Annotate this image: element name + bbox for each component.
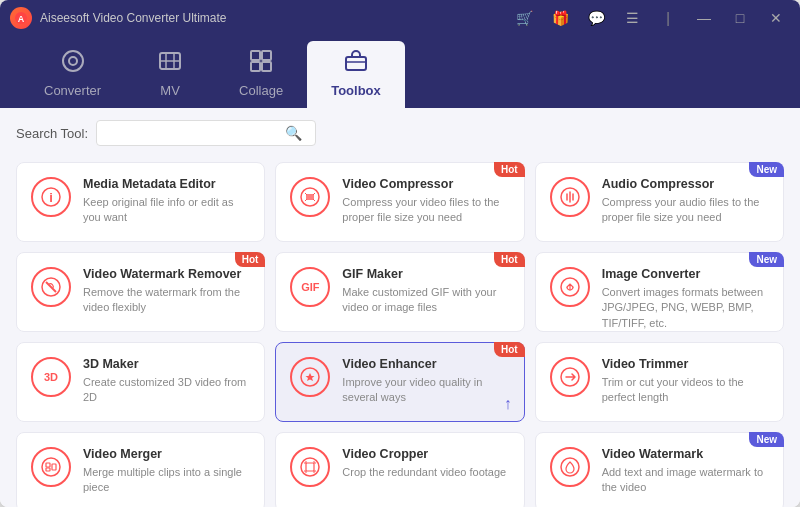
- svg-rect-22: [52, 464, 56, 470]
- svg-rect-9: [346, 57, 366, 70]
- svg-point-19: [42, 458, 60, 476]
- svg-point-23: [301, 458, 319, 476]
- hot-badge: Hot: [494, 252, 525, 267]
- tool-3d-maker[interactable]: 3D 3D Maker Create customized 3D video f…: [16, 342, 265, 422]
- media-metadata-icon: i: [31, 177, 71, 217]
- tool-desc: Remove the watermark from the video flex…: [83, 285, 250, 316]
- tool-gif-maker[interactable]: Hot GIF GIF Maker Make customized GIF wi…: [275, 252, 524, 332]
- gif-maker-icon: GIF: [290, 267, 330, 307]
- nav-tabs: Converter MV Collage: [0, 36, 800, 108]
- close-button[interactable]: ✕: [766, 10, 786, 26]
- app-logo: A: [10, 7, 32, 29]
- search-icon[interactable]: 🔍: [285, 125, 302, 141]
- tool-desc: Create customized 3D video from 2D: [83, 375, 250, 406]
- app-title: Aiseesoft Video Converter Ultimate: [40, 11, 510, 25]
- tool-name: Image Converter: [602, 267, 769, 281]
- tab-collage-label: Collage: [239, 83, 283, 98]
- main-content: Search Tool: 🔍 i Media Metadata Editor: [0, 108, 800, 507]
- tool-audio-compressor[interactable]: New Audio Compressor Compress your audio…: [535, 162, 784, 242]
- tool-desc: Add text and image watermark to the vide…: [602, 465, 769, 496]
- gift-icon[interactable]: 🎁: [550, 10, 570, 26]
- tool-image-converter[interactable]: New Image Converter Convert images forma…: [535, 252, 784, 332]
- hot-badge: Hot: [235, 252, 266, 267]
- video-trimmer-icon: [550, 357, 590, 397]
- tab-converter[interactable]: Converter: [20, 41, 125, 108]
- search-input-wrap[interactable]: 🔍: [96, 120, 316, 146]
- tool-name: Video Watermark: [602, 447, 769, 461]
- hot-badge: Hot: [494, 342, 525, 357]
- menu-icon[interactable]: ☰: [622, 10, 642, 26]
- search-input[interactable]: [105, 126, 285, 140]
- tool-video-cropper[interactable]: Video Cropper Crop the redundant video f…: [275, 432, 524, 507]
- tool-video-trimmer[interactable]: Video Trimmer Trim or cut your videos to…: [535, 342, 784, 422]
- tool-info: Audio Compressor Compress your audio fil…: [602, 177, 769, 226]
- tool-video-compressor[interactable]: Hot Video Compressor Compress your video…: [275, 162, 524, 242]
- tool-desc: Compress your audio files to the proper …: [602, 195, 769, 226]
- hot-badge: Hot: [494, 162, 525, 177]
- tool-name: GIF Maker: [342, 267, 509, 281]
- chat-icon[interactable]: 💬: [586, 10, 606, 26]
- tool-video-merger[interactable]: Video Merger Merge multiple clips into a…: [16, 432, 265, 507]
- tool-name: Media Metadata Editor: [83, 177, 250, 191]
- tool-info: Video Watermark Add text and image water…: [602, 447, 769, 496]
- new-badge: New: [749, 252, 784, 267]
- svg-rect-7: [251, 62, 260, 71]
- tab-mv[interactable]: MV: [125, 41, 215, 108]
- svg-rect-20: [46, 463, 50, 467]
- minimize-button[interactable]: —: [694, 10, 714, 26]
- tool-info: Video Merger Merge multiple clips into a…: [83, 447, 250, 496]
- tab-toolbox[interactable]: Toolbox: [307, 41, 405, 108]
- svg-text:A: A: [18, 14, 25, 24]
- tool-desc: Convert images formats between JPG/JPEG,…: [602, 285, 769, 331]
- tool-name: Audio Compressor: [602, 177, 769, 191]
- titlebar: A Aiseesoft Video Converter Ultimate 🛒 🎁…: [0, 0, 800, 36]
- tool-desc: Merge multiple clips into a single piece: [83, 465, 250, 496]
- video-watermark-icon: [550, 447, 590, 487]
- tool-info: Video Compressor Compress your video fil…: [342, 177, 509, 226]
- tab-converter-label: Converter: [44, 83, 101, 98]
- tab-toolbox-label: Toolbox: [331, 83, 381, 98]
- svg-rect-24: [306, 463, 314, 471]
- search-label: Search Tool:: [16, 126, 88, 141]
- 3d-maker-icon: 3D: [31, 357, 71, 397]
- tool-desc: Keep original file info or edit as you w…: [83, 195, 250, 226]
- video-merger-icon: [31, 447, 71, 487]
- tab-collage[interactable]: Collage: [215, 41, 307, 108]
- tool-name: Video Trimmer: [602, 357, 769, 371]
- scroll-indicator: ↑: [504, 395, 512, 413]
- tool-name: Video Enhancer: [342, 357, 509, 371]
- tool-desc: Trim or cut your videos to the perfect l…: [602, 375, 769, 406]
- mv-icon: [158, 49, 182, 79]
- tool-name: Video Cropper: [342, 447, 509, 461]
- search-bar: Search Tool: 🔍: [0, 108, 800, 154]
- tool-desc: Improve your video quality in several wa…: [342, 375, 509, 406]
- new-badge: New: [749, 432, 784, 447]
- tool-info: Video Cropper Crop the redundant video f…: [342, 447, 509, 480]
- tool-info: 3D Maker Create customized 3D video from…: [83, 357, 250, 406]
- svg-text:i: i: [49, 190, 53, 205]
- tool-desc: Make customized GIF with your video or i…: [342, 285, 509, 316]
- toolbox-icon: [344, 49, 368, 79]
- svg-rect-8: [262, 62, 271, 71]
- tool-media-metadata-editor[interactable]: i Media Metadata Editor Keep original fi…: [16, 162, 265, 242]
- tool-info: Image Converter Convert images formats b…: [602, 267, 769, 331]
- svg-rect-21: [46, 468, 50, 471]
- tool-video-enhancer[interactable]: Hot Video Enhancer Improve your video qu…: [275, 342, 524, 422]
- tool-video-watermark[interactable]: New Video Watermark Add text and image w…: [535, 432, 784, 507]
- tool-name: Video Watermark Remover: [83, 267, 250, 281]
- tool-desc: Crop the redundant video footage: [342, 465, 509, 480]
- tool-video-watermark-remover[interactable]: Hot Video Watermark Remover Remove the w…: [16, 252, 265, 332]
- app-window: A Aiseesoft Video Converter Ultimate 🛒 🎁…: [0, 0, 800, 507]
- tool-name: Video Compressor: [342, 177, 509, 191]
- audio-compressor-icon: [550, 177, 590, 217]
- new-badge: New: [749, 162, 784, 177]
- collage-icon: [249, 49, 273, 79]
- tool-name: 3D Maker: [83, 357, 250, 371]
- svg-point-2: [63, 51, 83, 71]
- maximize-button[interactable]: □: [730, 10, 750, 26]
- cart-icon[interactable]: 🛒: [514, 10, 534, 26]
- tool-info: Video Watermark Remover Remove the water…: [83, 267, 250, 316]
- image-converter-icon: [550, 267, 590, 307]
- titlebar-controls: 🛒 🎁 💬 ☰ | — □ ✕: [510, 10, 790, 26]
- svg-point-3: [69, 57, 77, 65]
